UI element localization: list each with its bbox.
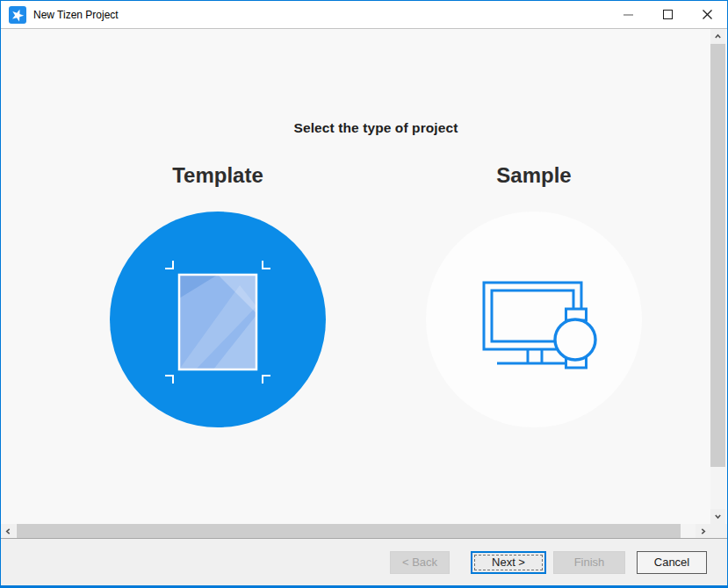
chevron-down-icon [714,513,722,520]
minimize-icon [623,14,633,16]
page-title: Select the type of project [41,29,710,136]
wizard-body: Select the type of project Template [1,29,727,524]
sample-option-icon [426,212,642,427]
wizard-button-bar: < Back Next > Finish Cancel [1,539,727,585]
wizard-page: Select the type of project Template [1,29,710,524]
tizen-logo-icon [9,6,26,24]
new-tizen-project-dialog: New Tizen Project Select the type of pro… [0,0,728,588]
vertical-scrollbar[interactable] [710,29,725,524]
scroll-right-button[interactable] [696,524,710,538]
scroll-up-button[interactable] [710,29,725,44]
maximize-button[interactable] [648,1,688,28]
scrollbar-corner [710,524,727,538]
titlebar[interactable]: New Tizen Project [1,1,727,28]
chevron-right-icon [699,527,707,535]
horizontal-scroll-track[interactable] [16,524,696,538]
chevron-up-icon [714,32,722,40]
scroll-down-button[interactable] [710,509,725,524]
close-button[interactable] [688,1,727,28]
vertical-scroll-thumb[interactable] [710,44,725,467]
horizontal-scroll-thumb[interactable] [17,524,681,538]
chevron-left-icon [4,527,12,535]
template-option-icon [110,212,326,427]
template-label: Template [110,162,326,189]
cancel-button[interactable]: Cancel [637,551,707,574]
maximize-icon [663,10,673,19]
scroll-left-button[interactable] [1,524,16,538]
back-button[interactable]: < Back [390,551,450,574]
option-sample[interactable]: Sample [426,162,642,427]
window-title: New Tizen Project [33,9,119,21]
sample-label: Sample [426,162,642,189]
horizontal-scrollbar[interactable] [1,524,727,538]
minimize-button[interactable] [609,1,648,28]
project-type-chooser: Select the type of project Template [41,29,710,427]
window-controls [609,1,727,28]
next-button[interactable]: Next > [471,551,546,574]
finish-button[interactable]: Finish [553,551,625,574]
project-type-options: Template [41,162,710,427]
option-template[interactable]: Template [110,162,326,427]
close-icon [702,9,713,20]
